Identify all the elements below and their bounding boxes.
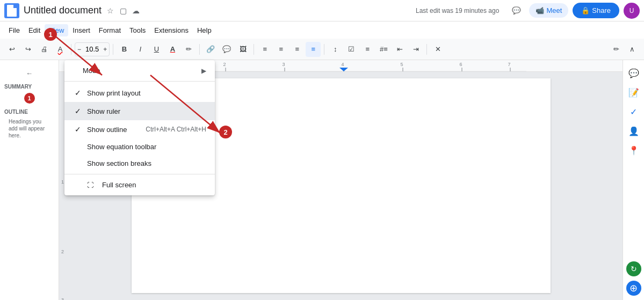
last-edit-info: Last edit was 19 minutes ago <box>416 7 499 14</box>
dropdown-item-mode[interactable]: Mode ▶ <box>64 62 215 79</box>
view-dropdown-menu: Mode ▶ ✓ Show print layout ✓ Show ruler … <box>64 60 215 195</box>
sidebar-icon-calendar[interactable]: 👤 <box>625 122 642 140</box>
align-justify-button[interactable]: ≡ <box>306 42 321 57</box>
sidebar-icon-gemini[interactable]: ↻ <box>626 261 641 276</box>
outline-label: OUTLINE <box>4 105 54 116</box>
doc-icon <box>4 3 19 18</box>
show-outline-shortcut: Ctrl+Alt+A Ctrl+Alt+H <box>146 126 206 133</box>
meet-icon: 📹 <box>536 6 544 14</box>
cloud-icon[interactable]: ☁ <box>131 5 141 16</box>
lock-icon: 🔒 <box>581 6 590 14</box>
underline-button[interactable]: U <box>149 42 164 57</box>
fullscreen-icon: ⛶ <box>87 181 93 189</box>
mode-arrow-icon: ▶ <box>201 67 206 75</box>
menu-bar: File Edit View Insert Format Tools Exten… <box>0 21 644 39</box>
toolbar: ↩ ↪ 🖨 A − 10.5 + B I U A ✏ 🔗 💬 🖼 ≡ ≡ ≡ ≡… <box>0 39 644 60</box>
svg-text:3: 3 <box>282 62 285 67</box>
show-outline-label: Show outline <box>87 126 141 134</box>
doc-title[interactable]: Untitled document <box>24 5 102 16</box>
divider-6 <box>426 44 427 55</box>
indent-more-button[interactable]: ⇥ <box>408 42 423 57</box>
bold-button[interactable]: B <box>117 42 132 57</box>
annotation-badge-1: 1 <box>44 28 57 41</box>
redo-button[interactable]: ↪ <box>20 42 35 57</box>
sidebar-icon-tasks[interactable]: ✓ <box>625 103 642 120</box>
sidebar-icon-chat[interactable]: 💬 <box>625 64 642 82</box>
indent-less-button[interactable]: ⇤ <box>392 42 407 57</box>
font-size-control: − 10.5 + <box>75 42 110 56</box>
pen-mode-button[interactable]: ✏ <box>609 42 624 57</box>
divider-2 <box>113 44 113 55</box>
folder-icon[interactable]: ▢ <box>118 5 128 16</box>
outline-hint: Headings you add will appear here. <box>4 116 54 141</box>
section-breaks-label: Show section breaks <box>87 159 206 167</box>
dropdown-divider-1 <box>64 81 215 82</box>
sidebar-icon-add[interactable]: ⊕ <box>626 281 641 296</box>
align-right-button[interactable]: ≡ <box>290 42 305 57</box>
print-layout-label: Show print layout <box>87 89 206 97</box>
print-button[interactable]: 🖨 <box>37 42 52 57</box>
page-num-2: 2 <box>61 249 64 254</box>
menu-help[interactable]: Help <box>193 24 216 36</box>
bullet-list-button[interactable]: ≡ <box>360 42 375 57</box>
text-color-button[interactable]: A <box>165 42 180 57</box>
dropdown-item-print-layout[interactable]: ✓ Show print layout <box>64 84 215 102</box>
link-button[interactable]: 🔗 <box>203 42 218 57</box>
right-sidebar: 💬 📝 ✓ 👤 📍 ↻ ⊕ <box>623 60 644 300</box>
summary-badge[interactable]: 1 <box>24 93 35 104</box>
top-right-controls: Last edit was 19 minutes ago 💬 📹 Meet 🔒 … <box>416 2 640 19</box>
font-size-decrease[interactable]: − <box>75 46 83 53</box>
clear-format-button[interactable]: ✕ <box>430 42 445 57</box>
meet-button[interactable]: 📹 Meet <box>529 3 568 18</box>
svg-text:7: 7 <box>508 62 510 67</box>
dropdown-item-show-ruler[interactable]: ✓ Show ruler <box>64 102 215 120</box>
sidebar-icon-notes[interactable]: 📝 <box>625 84 642 101</box>
align-center-button[interactable]: ≡ <box>273 42 288 57</box>
menu-edit[interactable]: Edit <box>24 24 45 36</box>
mode-label: Mode <box>83 67 201 75</box>
numbered-list-button[interactable]: #≡ <box>376 42 391 57</box>
highlight-button[interactable]: ✏ <box>181 42 196 57</box>
menu-format[interactable]: Format <box>95 24 125 36</box>
dropdown-item-show-outline[interactable]: ✓ Show outline Ctrl+Alt+A Ctrl+Alt+H <box>64 120 215 138</box>
show-ruler-check-icon: ✓ <box>73 106 83 116</box>
svg-text:2: 2 <box>223 62 226 67</box>
sidebar-collapse-button[interactable]: ← <box>21 64 38 82</box>
font-size-increase[interactable]: + <box>101 46 109 53</box>
line-spacing-button[interactable]: ↕ <box>328 42 343 57</box>
dropdown-divider-2 <box>64 174 215 174</box>
annotation-badge-2: 2 <box>219 126 232 138</box>
comment-button[interactable]: 💬 <box>219 42 234 57</box>
checklist-button[interactable]: ☑ <box>344 42 359 57</box>
star-icon[interactable]: ☆ <box>105 5 115 16</box>
dropdown-item-equation-toolbar[interactable]: Show equation toolbar <box>64 138 215 155</box>
divider-1 <box>71 44 71 55</box>
spellcheck-button[interactable]: A <box>53 42 68 57</box>
show-ruler-label: Show ruler <box>87 107 206 115</box>
comments-button[interactable]: 💬 <box>508 2 525 19</box>
share-button[interactable]: 🔒 Share <box>573 3 619 18</box>
menu-extensions[interactable]: Extensions <box>150 24 193 36</box>
avatar[interactable]: U <box>624 3 640 19</box>
divider-4 <box>254 44 254 55</box>
svg-text:5: 5 <box>400 62 403 67</box>
collapse-toolbar-button[interactable]: ∧ <box>625 42 640 57</box>
sidebar-icon-maps[interactable]: 📍 <box>625 142 642 159</box>
title-icons: ☆ ▢ ☁ <box>105 5 141 16</box>
divider-3 <box>199 44 200 55</box>
summary-label: SUMMARY <box>4 82 54 92</box>
menu-tools[interactable]: Tools <box>125 24 150 36</box>
image-button[interactable]: 🖼 <box>235 42 250 57</box>
divider-5 <box>324 44 324 55</box>
menu-insert[interactable]: Insert <box>68 24 95 36</box>
dropdown-item-fullscreen[interactable]: ⛶ Full screen <box>64 177 215 193</box>
show-outline-check-icon: ✓ <box>73 125 83 134</box>
align-left-button[interactable]: ≡ <box>257 42 272 57</box>
italic-button[interactable]: I <box>133 42 148 57</box>
font-size-value[interactable]: 10.5 <box>83 45 101 53</box>
svg-text:4: 4 <box>341 62 344 67</box>
left-sidebar: ← SUMMARY 1 OUTLINE Headings you add wil… <box>0 60 59 300</box>
dropdown-item-section-breaks[interactable]: Show section breaks <box>64 155 215 172</box>
undo-button[interactable]: ↩ <box>4 42 19 57</box>
menu-file[interactable]: File <box>4 24 24 36</box>
